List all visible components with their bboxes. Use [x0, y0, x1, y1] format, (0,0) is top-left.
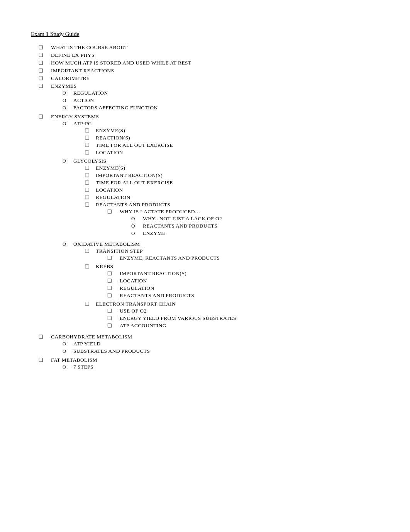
- bullet-icon: O: [131, 216, 143, 222]
- list-item: ❑WHY IS LACTATE PRODUCED…OWHY.. NOT JUST…: [96, 209, 387, 238]
- item-text: GLYCOLYSIS: [73, 158, 106, 164]
- list-item: ❑TIME FOR ALL OUT EXERCISE: [73, 142, 387, 148]
- bullet-icon: O: [63, 158, 73, 164]
- bullet-icon: ❑: [85, 263, 96, 270]
- item-text: REACTION(S): [96, 135, 130, 141]
- list-item: OWHY.. NOT JUST A LACK OF O2: [120, 216, 387, 222]
- item-text: WHY.. NOT JUST A LACK OF O2: [143, 216, 222, 221]
- bullet-icon: ❑: [85, 135, 96, 141]
- list-item: ❑LOCATION: [96, 278, 387, 284]
- list-item: ❑IMPORTANT REACTIONS: [31, 68, 387, 74]
- item-text: CARBOHYDRATE METABOLISM: [51, 334, 132, 340]
- bullet-icon: O: [63, 241, 73, 247]
- item-text: SUBSTRATES AND PRODUCTS: [73, 348, 150, 354]
- list-item: ❑ELECTRON TRANSPORT CHAIN❑USE OF O2❑ENER…: [73, 301, 387, 330]
- list-item: OFACTORS AFFECTING FUNCTION: [51, 105, 387, 111]
- item-text: IMPORTANT REACTIONS: [51, 68, 114, 73]
- bullet-icon: ❑: [85, 165, 96, 171]
- page-container: Exam 1 Study Guide ❑WHAT IS THE COURSE A…: [31, 31, 387, 371]
- list-item: ❑DEFINE EX PHYS: [31, 52, 387, 58]
- list-item: ❑REACTANTS AND PRODUCTS: [96, 292, 387, 299]
- bullet-icon: ❑: [39, 52, 49, 58]
- bullet-icon: ❑: [85, 127, 96, 134]
- item-text: ATP ACCOUNTING: [120, 323, 166, 328]
- item-text: WHAT IS THE COURSE ABOUT: [51, 44, 128, 50]
- bullet-icon: ❑: [85, 150, 96, 156]
- list-item: ❑IMPORTANT REACTION(S): [73, 172, 387, 178]
- bullet-icon: ❑: [39, 68, 49, 74]
- bullet-icon: ❑: [85, 142, 96, 148]
- bullet-icon: ❑: [39, 334, 49, 340]
- list-item: OSUBSTRATES AND PRODUCTS: [51, 348, 387, 354]
- list-item: ❑ENZYME(S): [73, 165, 387, 171]
- bullet-icon: ❑: [85, 180, 96, 186]
- page-title: Exam 1 Study Guide: [31, 31, 387, 37]
- item-text: IMPORTANT REACTION(S): [120, 270, 186, 276]
- list-item: OGLYCOLYSIS❑ENZYME(S)❑IMPORTANT REACTION…: [51, 158, 387, 240]
- item-text: OXIDATIVE METABOLISM: [73, 241, 140, 247]
- list-item: ❑REACTANTS AND PRODUCTS❑WHY IS LACTATE P…: [73, 202, 387, 239]
- item-text: REGULATION: [73, 90, 108, 96]
- list-item: ❑CARBOHYDRATE METABOLISMOATP YIELDOSUBST…: [31, 334, 387, 355]
- item-text: FAT METABOLISM: [51, 357, 97, 363]
- item-text: ATP-PC: [73, 121, 91, 126]
- item-text: REACTANTS AND PRODUCTS: [96, 202, 170, 207]
- list-item: ❑LOCATION: [73, 187, 387, 193]
- item-text: IMPORTANT REACTION(S): [96, 172, 163, 178]
- list-item: OOXIDATIVE METABOLISM❑TRANSITION STEP❑EN…: [51, 241, 387, 331]
- bullet-icon: ❑: [107, 278, 120, 284]
- list-item: OACTION: [51, 97, 387, 104]
- bullet-icon: ❑: [85, 202, 96, 208]
- list-item: ❑USE OF O2: [96, 308, 387, 314]
- bullet-icon: ❑: [39, 44, 49, 51]
- list-item: ❑FAT METABOLISMO7 STEPS: [31, 357, 387, 371]
- bullet-icon: ❑: [107, 292, 120, 299]
- item-text: WHY IS LACTATE PRODUCED…: [120, 209, 200, 214]
- item-text: ENERGY YIELD FROM VARIOUS SUBSTRATES: [120, 315, 236, 321]
- bullet-icon: O: [63, 348, 73, 354]
- bullet-icon: ❑: [107, 255, 120, 261]
- list-item: OREACTANTS AND PRODUCTS: [120, 223, 387, 229]
- list-item: OATP YIELD: [51, 341, 387, 347]
- bullet-icon: ❑: [39, 114, 49, 120]
- list-item: ❑REGULATION: [96, 285, 387, 291]
- bullet-icon: O: [63, 121, 73, 127]
- item-text: TIME FOR ALL OUT EXERCISE: [96, 142, 173, 148]
- bullet-icon: O: [63, 105, 73, 111]
- item-text: HOW MUCH ATP IS STORED AND USED WHILE AT…: [51, 60, 191, 66]
- bullet-icon: ❑: [107, 323, 120, 329]
- list-item: ❑TIME FOR ALL OUT EXERCISE: [73, 180, 387, 186]
- item-text: KREBS: [96, 263, 114, 269]
- bullet-icon: ❑: [85, 301, 96, 307]
- list-item: ❑TRANSITION STEP❑ENZYME, REACTANTS AND P…: [73, 248, 387, 262]
- list-item: ❑IMPORTANT REACTION(S): [96, 270, 387, 277]
- bullet-icon: ❑: [107, 285, 120, 291]
- item-text: USE OF O2: [120, 308, 147, 314]
- item-text: ATP YIELD: [73, 341, 101, 347]
- bullet-icon: O: [63, 97, 73, 104]
- bullet-icon: ❑: [39, 60, 49, 66]
- list-item: ❑KREBS❑IMPORTANT REACTION(S)❑LOCATION❑RE…: [73, 263, 387, 300]
- item-text: DEFINE EX PHYS: [51, 52, 95, 58]
- list-item: ❑ENERGY SYSTEMSOATP-PC❑ENZYME(S)❑REACTIO…: [31, 114, 387, 332]
- bullet-icon: ❑: [107, 270, 120, 277]
- bullet-icon: ❑: [107, 315, 120, 321]
- item-text: TRANSITION STEP: [96, 248, 143, 254]
- list-item: ❑ENZYME, REACTANTS AND PRODUCTS: [96, 255, 387, 261]
- item-text: ENERGY SYSTEMS: [51, 114, 99, 119]
- item-text: LOCATION: [96, 187, 123, 193]
- bullet-icon: O: [63, 364, 73, 370]
- bullet-icon: ❑: [107, 209, 120, 215]
- item-text: ENZYME, REACTANTS AND PRODUCTS: [120, 255, 220, 261]
- item-text: REACTANTS AND PRODUCTS: [120, 292, 194, 298]
- list-item: ❑REGULATION: [73, 194, 387, 201]
- list-item: ❑CALORIMETRY: [31, 75, 387, 82]
- list-item: O7 STEPS: [51, 364, 387, 370]
- list-item: OREGULATION: [51, 90, 387, 96]
- bullet-icon: ❑: [85, 172, 96, 178]
- item-text: REACTANTS AND PRODUCTS: [143, 223, 217, 229]
- bullet-icon: O: [131, 223, 143, 229]
- list-item: ❑ENZYME(S): [73, 127, 387, 134]
- item-text: LOCATION: [96, 150, 123, 155]
- item-text: ACTION: [73, 97, 94, 103]
